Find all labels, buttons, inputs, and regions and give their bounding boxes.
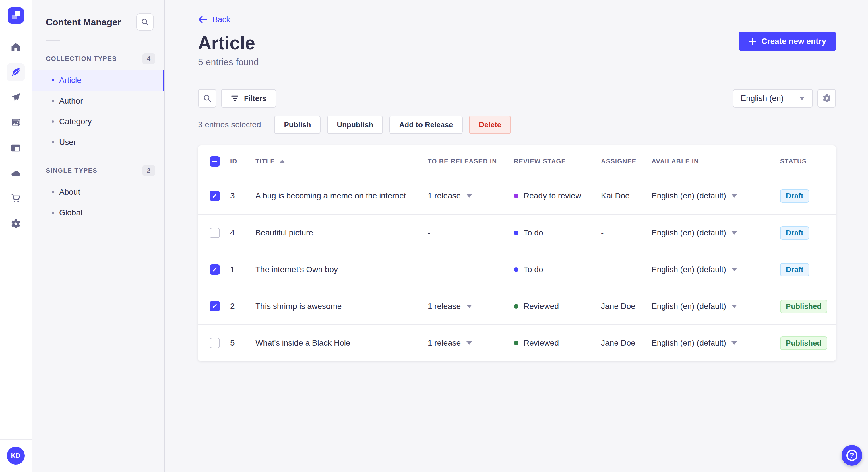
subnav-item-label: User bbox=[59, 138, 76, 147]
chevron-down-icon bbox=[466, 341, 472, 345]
settings-gear-icon[interactable] bbox=[7, 214, 25, 233]
bullet-icon bbox=[52, 79, 54, 81]
filters-button[interactable]: Filters bbox=[221, 89, 276, 107]
row-checkbox[interactable] bbox=[210, 301, 220, 311]
divider bbox=[46, 40, 60, 41]
column-header-release: TO BE RELEASED IN bbox=[428, 158, 514, 165]
marketplace-cart-icon[interactable] bbox=[7, 189, 25, 208]
main-content: Back Article Create new entry 5 entries … bbox=[165, 0, 868, 472]
status-badge: Draft bbox=[780, 189, 809, 203]
bullet-icon bbox=[52, 100, 54, 102]
stage-dot-icon bbox=[514, 304, 518, 308]
table-row[interactable]: 4 Beautiful picture - To do - English (e… bbox=[198, 214, 836, 251]
subnav-search-button[interactable] bbox=[136, 13, 154, 31]
row-checkbox[interactable] bbox=[210, 228, 220, 238]
subnav-section: SINGLE TYPES 2 About Global bbox=[32, 165, 164, 223]
row-review-stage: To do bbox=[514, 265, 601, 274]
help-button[interactable]: ? bbox=[842, 445, 862, 466]
row-stage-label: Reviewed bbox=[524, 302, 559, 311]
table-row[interactable]: 1 The internet's Own boy - To do - Engli… bbox=[198, 251, 836, 288]
row-assignee: - bbox=[601, 265, 652, 274]
section-count-badge: 2 bbox=[143, 165, 155, 176]
row-title: A bug is becoming a meme on the internet bbox=[255, 177, 428, 214]
table-row[interactable]: 2 This shrimp is awesome 1 release Revie… bbox=[198, 288, 836, 324]
filter-icon bbox=[231, 95, 239, 102]
publish-button[interactable]: Publish bbox=[274, 115, 321, 134]
row-locale-dropdown[interactable]: English (en) (default) bbox=[652, 265, 780, 274]
subnav-title: Content Manager bbox=[46, 17, 121, 28]
create-new-entry-button[interactable]: Create new entry bbox=[739, 32, 836, 51]
row-status: Draft bbox=[780, 226, 836, 240]
row-checkbox[interactable] bbox=[210, 338, 220, 348]
strapi-logo[interactable] bbox=[8, 7, 24, 24]
column-header-status: STATUS bbox=[780, 158, 836, 165]
subnav-item-article[interactable]: Article bbox=[32, 70, 164, 91]
unpublish-button[interactable]: Unpublish bbox=[327, 115, 383, 134]
row-release-dropdown[interactable]: 1 release bbox=[428, 191, 514, 200]
chevron-down-icon bbox=[732, 194, 737, 198]
table-row[interactable]: 5 What's inside a Black Hole 1 release R… bbox=[198, 324, 836, 361]
subnav-item-about[interactable]: About bbox=[32, 182, 164, 202]
add-to-release-button[interactable]: Add to Release bbox=[389, 115, 463, 134]
content-manager-feather-icon[interactable] bbox=[7, 63, 25, 81]
row-release-dropdown[interactable]: 1 release bbox=[428, 338, 514, 347]
row-id: 1 bbox=[230, 265, 255, 274]
section-label: COLLECTION TYPES bbox=[46, 55, 117, 63]
selection-actions: Publish Unpublish Add to Release Delete bbox=[274, 115, 511, 134]
row-release-dropdown[interactable]: - bbox=[428, 265, 514, 274]
stage-dot-icon bbox=[514, 267, 518, 272]
layout-icon[interactable] bbox=[7, 139, 25, 157]
selection-summary: 3 entries selected bbox=[198, 120, 261, 129]
subnav-item-global[interactable]: Global bbox=[32, 202, 164, 223]
row-title: This shrimp is awesome bbox=[255, 288, 428, 325]
row-stage-label: Ready to review bbox=[524, 191, 581, 200]
section-count-badge: 4 bbox=[143, 53, 155, 64]
status-badge: Published bbox=[780, 336, 827, 350]
bullet-icon bbox=[52, 191, 54, 193]
row-checkbox[interactable] bbox=[210, 264, 220, 275]
back-link[interactable]: Back bbox=[198, 15, 230, 24]
row-assignee: Jane Doe bbox=[601, 302, 652, 311]
paper-plane-icon[interactable] bbox=[7, 88, 25, 107]
row-locale-dropdown[interactable]: English (en) (default) bbox=[652, 228, 780, 237]
subnav-item-author[interactable]: Author bbox=[32, 91, 164, 111]
subnav-item-label: Article bbox=[59, 76, 82, 85]
media-library-icon[interactable] bbox=[7, 113, 25, 132]
home-icon[interactable] bbox=[7, 38, 25, 56]
chevron-down-icon bbox=[466, 194, 472, 198]
table-row[interactable]: 3 A bug is becoming a meme on the intern… bbox=[198, 177, 836, 214]
chevron-down-icon bbox=[732, 231, 737, 235]
row-locale-dropdown[interactable]: English (en) (default) bbox=[652, 302, 780, 311]
status-badge: Published bbox=[780, 300, 827, 313]
subnav-item-category[interactable]: Category bbox=[32, 111, 164, 132]
column-header-title[interactable]: TITLE bbox=[255, 158, 428, 165]
row-release-dropdown[interactable]: - bbox=[428, 228, 514, 237]
gear-icon bbox=[822, 94, 831, 103]
row-locale-dropdown[interactable]: English (en) (default) bbox=[652, 338, 780, 347]
subnav-item-user[interactable]: User bbox=[32, 132, 164, 153]
list-search-button[interactable] bbox=[198, 89, 216, 107]
row-stage-label: To do bbox=[524, 265, 544, 274]
column-header-available: AVAILABLE IN bbox=[652, 158, 780, 165]
column-header-id: ID bbox=[230, 158, 255, 165]
section-items: Article Author Category User bbox=[32, 70, 164, 153]
delete-button[interactable]: Delete bbox=[469, 115, 511, 134]
row-title: What's inside a Black Hole bbox=[255, 325, 428, 361]
row-release-dropdown[interactable]: 1 release bbox=[428, 302, 514, 311]
locale-select[interactable]: English (en) bbox=[733, 89, 813, 107]
view-settings-button[interactable] bbox=[817, 89, 836, 107]
row-status: Draft bbox=[780, 189, 836, 203]
section-label: SINGLE TYPES bbox=[46, 167, 97, 174]
row-assignee: Kai Doe bbox=[601, 191, 652, 200]
row-locale-dropdown[interactable]: English (en) (default) bbox=[652, 191, 780, 200]
row-release-label: - bbox=[428, 228, 430, 237]
column-header-stage: REVIEW STAGE bbox=[514, 158, 601, 165]
select-all-checkbox[interactable] bbox=[210, 156, 220, 167]
status-badge: Draft bbox=[780, 226, 809, 240]
cloud-icon[interactable] bbox=[7, 164, 25, 182]
row-locale-label: English (en) (default) bbox=[652, 265, 726, 274]
user-avatar[interactable]: KD bbox=[7, 447, 25, 465]
row-review-stage: To do bbox=[514, 228, 601, 237]
row-checkbox[interactable] bbox=[210, 191, 220, 201]
bullet-icon bbox=[52, 141, 54, 143]
